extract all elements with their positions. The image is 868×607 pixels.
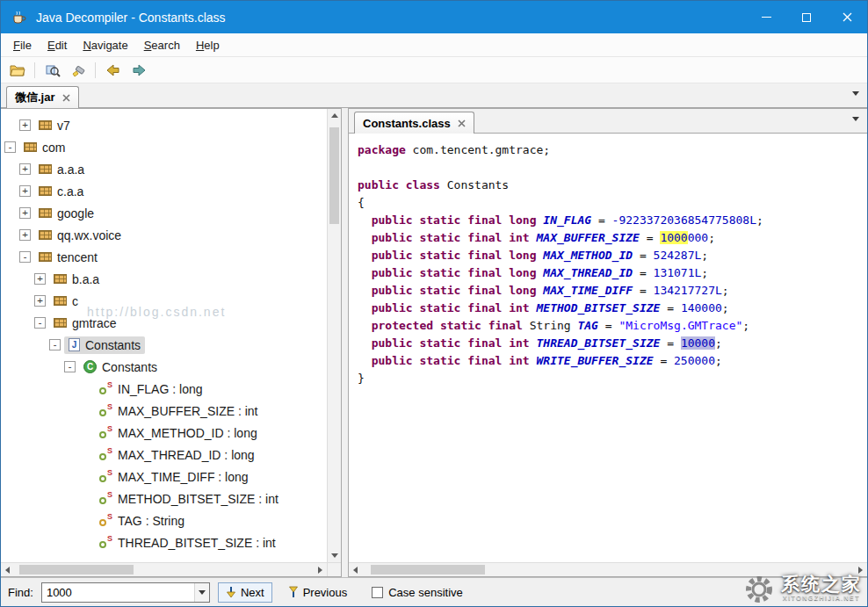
- tree-item-a-a-a[interactable]: +a.a.a: [1, 158, 327, 180]
- tree-horizontal-scrollbar[interactable]: [1, 562, 327, 576]
- tab-weixin-jar[interactable]: 微信.jar: [6, 86, 79, 108]
- collapse-toggle-icon[interactable]: -: [34, 317, 46, 329]
- tree-node[interactable]: SMAX_BUFFER_SIZE : int: [94, 402, 262, 420]
- tree-item-max-buffer-size-int[interactable]: SMAX_BUFFER_SIZE : int: [1, 400, 327, 422]
- collapse-toggle-icon[interactable]: -: [49, 339, 61, 350]
- find-next-button[interactable]: Next: [218, 582, 272, 603]
- code-token: WRITE_BUFFER_SIZE: [537, 354, 654, 367]
- tree-item-max-time-diff-long[interactable]: SMAX_TIME_DIFF : long: [1, 466, 327, 488]
- tree-node[interactable]: com: [19, 139, 69, 156]
- tree-item-label: a.a.a: [57, 163, 84, 177]
- scroll-left-icon[interactable]: [5, 567, 10, 574]
- scroll-thumb[interactable]: [19, 565, 134, 574]
- tree-item-google[interactable]: +google: [1, 202, 327, 224]
- tree-node[interactable]: c: [49, 293, 83, 310]
- search-button[interactable]: [66, 60, 90, 81]
- scroll-track[interactable]: [14, 563, 314, 576]
- tree-vertical-scrollbar[interactable]: [327, 109, 341, 562]
- tree-node[interactable]: CConstants: [79, 358, 162, 376]
- package-icon: [39, 230, 52, 240]
- tree-item-method-bitset-size-int[interactable]: SMETHOD_BITSET_SIZE : int: [1, 488, 327, 509]
- tree-node[interactable]: STAG : String: [94, 512, 189, 530]
- find-input[interactable]: [42, 583, 194, 602]
- tree-item-c[interactable]: +c: [1, 290, 327, 312]
- collapse-toggle-icon[interactable]: -: [4, 141, 16, 153]
- scroll-track[interactable]: [328, 122, 341, 549]
- tree-node-selected[interactable]: JConstants: [64, 336, 145, 354]
- close-button[interactable]: [827, 1, 867, 33]
- code-horizontal-scrollbar[interactable]: [349, 562, 867, 576]
- expand-toggle-icon[interactable]: +: [34, 273, 46, 285]
- scroll-left-icon[interactable]: [353, 567, 358, 574]
- tree-item-com[interactable]: -com: [1, 136, 327, 158]
- expand-toggle-icon[interactable]: +: [19, 229, 31, 241]
- tab-close-icon[interactable]: [62, 94, 70, 102]
- tree-item-tencent[interactable]: -tencent: [1, 246, 327, 268]
- expand-toggle-icon[interactable]: +: [19, 185, 31, 197]
- collapse-toggle-icon[interactable]: -: [19, 251, 31, 263]
- expand-toggle-icon[interactable]: +: [19, 119, 31, 131]
- panel-splitter[interactable]: [342, 108, 348, 577]
- menu-item-edit[interactable]: Edit: [40, 35, 75, 55]
- find-previous-button[interactable]: Previous: [280, 582, 356, 603]
- tree-node[interactable]: SMAX_THREAD_ID : long: [94, 446, 259, 464]
- maximize-button[interactable]: [786, 1, 827, 33]
- scroll-track[interactable]: [362, 563, 854, 576]
- expand-toggle-icon[interactable]: +: [34, 295, 46, 307]
- tree-node[interactable]: gmtrace: [49, 314, 121, 332]
- tree-node[interactable]: SMETHOD_BITSET_SIZE : int: [94, 490, 283, 508]
- tree-node[interactable]: STHREAD_BITSET_SIZE : int: [94, 534, 280, 552]
- scroll-up-icon[interactable]: [331, 113, 338, 118]
- back-button[interactable]: [101, 60, 125, 81]
- tree-item-qq-wx-voice[interactable]: +qq.wx.voice: [1, 224, 327, 246]
- tree-node[interactable]: qq.wx.voice: [34, 227, 126, 244]
- tree-node[interactable]: tencent: [34, 249, 102, 266]
- tree-node[interactable]: v7: [34, 117, 75, 134]
- tree-item-gmtrace[interactable]: -gmtrace: [1, 312, 327, 334]
- scroll-right-icon[interactable]: [858, 567, 863, 574]
- tree-item-max-thread-id-long[interactable]: SMAX_THREAD_ID : long: [1, 444, 327, 466]
- tab-constants-class[interactable]: Constants.class: [354, 112, 474, 134]
- tree-node[interactable]: SMAX_METHOD_ID : long: [94, 424, 262, 442]
- menu-item-search[interactable]: Search: [136, 35, 188, 55]
- tree-item-in-flag-long[interactable]: SIN_FLAG : long: [1, 378, 327, 400]
- scroll-thumb[interactable]: [329, 127, 339, 224]
- expand-toggle-icon[interactable]: +: [19, 163, 31, 175]
- tree-node[interactable]: SMAX_TIME_DIFF : long: [94, 468, 253, 486]
- tree-item-v7[interactable]: +v7: [1, 114, 327, 136]
- open-file-button[interactable]: [5, 60, 29, 81]
- tree-node[interactable]: a.a.a: [34, 161, 89, 178]
- tree-node[interactable]: c.a.a: [34, 183, 88, 200]
- case-sensitive-checkbox[interactable]: [372, 587, 383, 598]
- collapse-toggle-icon[interactable]: -: [64, 361, 76, 372]
- menu-item-help[interactable]: Help: [188, 35, 228, 55]
- tree-item-thread-bitset-size-int[interactable]: STHREAD_BITSET_SIZE : int: [1, 531, 327, 553]
- scroll-thumb[interactable]: [371, 565, 485, 574]
- tree-item-c-a-a[interactable]: +c.a.a: [1, 180, 327, 202]
- tab-list-dropdown-icon[interactable]: [852, 91, 859, 96]
- tree-node[interactable]: SIN_FLAG : long: [94, 380, 207, 398]
- forward-button[interactable]: [127, 60, 150, 81]
- menu-item-navigate[interactable]: Navigate: [75, 35, 135, 55]
- find-combobox[interactable]: [41, 582, 210, 603]
- scroll-right-icon[interactable]: [318, 567, 322, 574]
- minimize-button[interactable]: [746, 1, 786, 33]
- tab-list-dropdown-icon[interactable]: [852, 117, 859, 121]
- tree-item-tag-string[interactable]: STAG : String: [1, 509, 327, 531]
- tree-item-constants[interactable]: -CConstants: [1, 356, 327, 378]
- scroll-down-icon[interactable]: [331, 553, 338, 558]
- tree-item-max-method-id-long[interactable]: SMAX_METHOD_ID : long: [1, 422, 327, 444]
- code-editor[interactable]: package com.tencent.gmtrace; public clas…: [349, 134, 867, 562]
- case-sensitive-option[interactable]: Case sensitive: [372, 586, 463, 599]
- tab-close-icon[interactable]: [458, 119, 466, 127]
- combo-dropdown-icon[interactable]: [194, 583, 209, 602]
- tree-node[interactable]: google: [34, 205, 98, 222]
- tree-item-constants[interactable]: -JConstants: [1, 334, 327, 356]
- open-type-button[interactable]: [40, 60, 64, 81]
- package-icon: [39, 252, 52, 262]
- expand-toggle-icon[interactable]: +: [19, 207, 31, 219]
- tree-view[interactable]: +v7-com+a.a.a+c.a.a+google+qq.wx.voice-t…: [1, 109, 327, 562]
- menu-item-file[interactable]: File: [5, 35, 40, 55]
- tree-node[interactable]: b.a.a: [49, 271, 104, 288]
- tree-item-b-a-a[interactable]: +b.a.a: [1, 268, 327, 290]
